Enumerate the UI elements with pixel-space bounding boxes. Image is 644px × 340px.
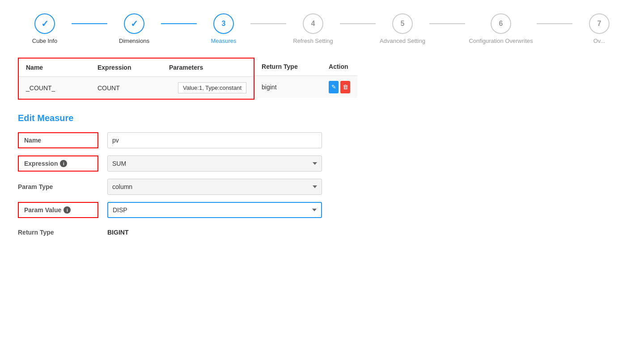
param-type-select-wrapper: column constant bbox=[107, 179, 322, 195]
return-type-label: Return Type bbox=[18, 225, 98, 239]
param-type-select[interactable]: column constant bbox=[107, 179, 322, 195]
step-number-3: 3 bbox=[222, 20, 226, 28]
outside-body: bigint ✎ 🗑 bbox=[254, 76, 357, 98]
step-circle-7: 7 bbox=[589, 13, 610, 34]
step-label-4: Refresh Setting bbox=[293, 38, 333, 44]
step-number-6: 6 bbox=[499, 20, 503, 28]
step-overview[interactable]: 7 Ov... bbox=[572, 13, 626, 44]
step-label-3: Measures bbox=[211, 38, 236, 44]
step-circle-3: 3 bbox=[213, 13, 234, 34]
step-circle-6: 6 bbox=[491, 13, 511, 34]
table-row: _COUNT_ COUNT Value:1, Type:constant bbox=[19, 77, 254, 99]
connector-3-4 bbox=[250, 23, 286, 24]
return-type-value: BIGINT bbox=[107, 229, 128, 236]
edit-measure-title: Edit Measure bbox=[18, 113, 626, 123]
cell-parameters: Value:1, Type:constant bbox=[162, 77, 254, 99]
outside-header: Return Type Action bbox=[254, 58, 357, 76]
name-input-wrapper bbox=[107, 132, 322, 148]
cell-return-type: bigint bbox=[254, 78, 322, 96]
form-row-name: Name bbox=[18, 132, 626, 148]
name-label: Name bbox=[18, 132, 98, 148]
connector-5-6 bbox=[429, 23, 465, 24]
form-row-param-value: Param Value i DISP VALUE1 VALUE2 bbox=[18, 202, 626, 218]
param-value-text: Value:1, Type:constant bbox=[183, 84, 242, 91]
cell-action: ✎ 🗑 bbox=[322, 77, 357, 97]
step-refresh-setting[interactable]: 4 Refresh Setting bbox=[286, 13, 340, 44]
outside-border-section: Return Type Action bigint ✎ 🗑 bbox=[254, 58, 357, 98]
connector-4-5 bbox=[340, 23, 376, 24]
table-header-row: Name Expression Parameters bbox=[19, 59, 254, 77]
param-value-select[interactable]: DISP VALUE1 VALUE2 bbox=[107, 202, 322, 218]
measures-table-section: Name Expression Parameters _COUNT_ COUNT… bbox=[18, 58, 626, 100]
param-type-label: Param Type bbox=[18, 180, 98, 194]
step-advanced-setting[interactable]: 5 Advanced Setting bbox=[376, 13, 429, 44]
check-icon-2: ✓ bbox=[131, 18, 138, 29]
col-header-action: Action bbox=[322, 58, 357, 76]
step-label-5: Advanced Setting bbox=[380, 38, 425, 44]
cell-name: _COUNT_ bbox=[19, 79, 90, 97]
step-measures[interactable]: 3 Measures bbox=[197, 13, 250, 44]
step-config-overwrites[interactable]: 6 Configuration Overwrites bbox=[465, 13, 537, 44]
connector-6-7 bbox=[537, 23, 572, 24]
step-circle-1: ✓ bbox=[34, 13, 55, 34]
step-number-5: 5 bbox=[401, 20, 405, 28]
col-header-parameters: Parameters bbox=[162, 59, 254, 76]
edit-button[interactable]: ✎ bbox=[329, 81, 339, 93]
form-row-param-type: Param Type column constant bbox=[18, 179, 626, 195]
step-label-1: Cube Info bbox=[32, 38, 57, 44]
measures-table-bordered: Name Expression Parameters _COUNT_ COUNT… bbox=[18, 58, 254, 100]
stepper: ✓ Cube Info ✓ Dimensions 3 Measures 4 Re… bbox=[0, 0, 644, 53]
param-value-label: Param Value i bbox=[18, 202, 98, 218]
connector-1-2 bbox=[72, 23, 107, 24]
col-header-return-type: Return Type bbox=[254, 58, 322, 76]
return-type-value-wrapper: BIGINT bbox=[107, 229, 128, 236]
form-row-return-type: Return Type BIGINT bbox=[18, 225, 626, 239]
expression-info-icon: i bbox=[60, 160, 67, 167]
edit-measure-section: Edit Measure Name Expression i SUM COUNT… bbox=[18, 113, 626, 239]
step-label-7: Ov... bbox=[593, 38, 605, 44]
name-input[interactable] bbox=[107, 132, 322, 148]
param-value-info-icon: i bbox=[64, 206, 71, 214]
step-label-2: Dimensions bbox=[119, 38, 149, 44]
param-box: Value:1, Type:constant bbox=[178, 82, 246, 93]
step-dimensions[interactable]: ✓ Dimensions bbox=[107, 13, 161, 44]
step-circle-5: 5 bbox=[392, 13, 413, 34]
step-cube-info[interactable]: ✓ Cube Info bbox=[18, 13, 72, 44]
step-number-7: 7 bbox=[597, 20, 602, 28]
expression-select-wrapper: SUM COUNT AVG MIN MAX bbox=[107, 155, 322, 172]
param-value-select-wrapper: DISP VALUE1 VALUE2 bbox=[107, 202, 322, 218]
delete-button[interactable]: 🗑 bbox=[340, 81, 350, 93]
connector-2-3 bbox=[161, 23, 197, 24]
step-number-4: 4 bbox=[311, 20, 315, 28]
expression-label: Expression i bbox=[18, 155, 98, 172]
main-content: Name Expression Parameters _COUNT_ COUNT… bbox=[0, 53, 644, 264]
col-header-name: Name bbox=[19, 59, 90, 76]
expression-select[interactable]: SUM COUNT AVG MIN MAX bbox=[107, 155, 322, 172]
step-circle-4: 4 bbox=[303, 13, 323, 34]
step-label-6: Configuration Overwrites bbox=[469, 38, 533, 44]
cell-expression: COUNT bbox=[90, 79, 162, 97]
form-row-expression: Expression i SUM COUNT AVG MIN MAX bbox=[18, 155, 626, 172]
step-circle-2: ✓ bbox=[124, 13, 144, 34]
check-icon-1: ✓ bbox=[41, 18, 49, 29]
col-header-expression: Expression bbox=[90, 59, 162, 76]
